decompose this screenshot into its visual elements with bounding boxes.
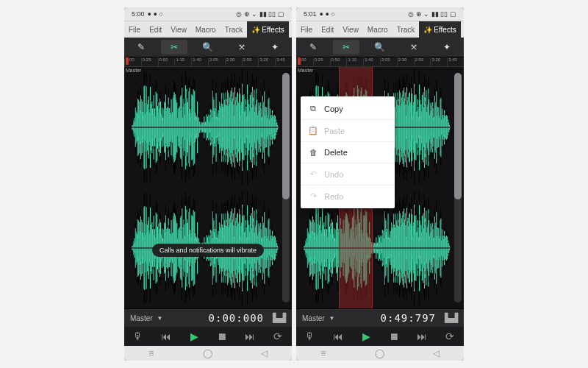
timeline-ruler[interactable]: 0:00 0:25 0:50 1:15 1:40 2:05 2:30 2:55 … (296, 57, 464, 67)
tool-zoom-icon[interactable]: 🔍 (195, 40, 221, 54)
ctx-copy[interactable]: ⧉Copy (301, 98, 395, 120)
android-nav-bar: ≡ ◯ ◁ (124, 346, 292, 361)
nav-recents-icon[interactable]: ≡ (148, 348, 154, 358)
menu-file[interactable]: File (296, 21, 317, 38)
vertical-scrollbar[interactable] (454, 73, 462, 302)
menu-bar[interactable]: File Edit View Macro Track ✨Effects (296, 21, 464, 38)
figure-root: 5:00● ● ○ ◎ ⊕ ⌄ ▮▮ ▯▯ ▢ File Edit View M… (0, 0, 588, 368)
waveform-track-area[interactable]: Master ⧉Copy 📋Paste 🗑Delete ↶Undo ↷Redo (296, 67, 464, 308)
nav-home-icon[interactable]: ◯ (375, 348, 384, 358)
waveform-track-area[interactable]: Master Calls and notifications will vibr… (124, 67, 292, 308)
skip-forward-button[interactable]: ⏭ (413, 328, 431, 345)
toolbar: ✎ ✂ 🔍 ⤧ ✦ (124, 38, 292, 57)
footer-track-select[interactable]: Master (302, 314, 325, 322)
tool-pencil-icon[interactable]: ✎ (300, 40, 326, 54)
status-bar: 5:00● ● ○ ◎ ⊕ ⌄ ▮▮ ▯▯ ▢ (124, 7, 292, 21)
loop-button[interactable]: ⟳ (441, 328, 459, 345)
nav-recents-icon[interactable]: ≡ (320, 348, 326, 358)
time-display: 0:49:797 (381, 312, 436, 324)
tool-pencil-icon[interactable]: ✎ (128, 40, 154, 54)
tool-cut-icon[interactable]: ✂ (161, 40, 187, 54)
context-menu: ⧉Copy 📋Paste 🗑Delete ↶Undo ↷Redo (301, 96, 395, 208)
vertical-scrollbar[interactable] (282, 73, 290, 302)
copy-icon: ⧉ (308, 104, 318, 113)
status-icons: ◎ ⊕ ⌄ ▮▮ ▯▯ ▢ (236, 10, 284, 18)
nav-home-icon[interactable]: ◯ (203, 348, 212, 358)
nav-back-icon[interactable]: ◁ (433, 348, 440, 358)
skip-forward-button[interactable]: ⏭ (241, 328, 259, 345)
menu-edit[interactable]: Edit (145, 21, 166, 38)
waveform-style-icon[interactable]: ▙▟ (273, 313, 286, 323)
chevron-down-icon[interactable]: ▼ (329, 315, 335, 322)
track-footer: Master ▼ 0:00:000 ▙▟ (124, 308, 292, 327)
time-display: 0:00:000 (209, 312, 264, 324)
menu-edit[interactable]: Edit (317, 21, 338, 38)
stop-button[interactable]: ⏹ (385, 328, 403, 345)
screenshot-right: 5:01● ● ○ ◎ ⊕ ⌄ ▮▮ ▯▯ ▢ File Edit View M… (296, 7, 464, 361)
chevron-down-icon[interactable]: ▼ (157, 315, 163, 322)
menu-file[interactable]: File (124, 21, 145, 38)
playback-bar: 🎙 ⏮ ▶ ⏹ ⏭ ⟳ (296, 327, 464, 346)
tool-move-icon[interactable]: ⤧ (401, 40, 427, 54)
menu-bar[interactable]: File Edit View Macro Track ✨Effects (124, 21, 292, 38)
scrollbar-thumb[interactable] (454, 73, 462, 199)
scrollbar-thumb[interactable] (282, 73, 290, 199)
record-button[interactable]: 🎙 (129, 328, 147, 345)
ctx-paste: 📋Paste (301, 120, 395, 142)
waveform-channel-left (132, 67, 279, 188)
status-icons: ◎ ⊕ ⌄ ▮▮ ▯▯ ▢ (408, 10, 456, 18)
delete-icon: 🗑 (308, 148, 318, 157)
ctx-undo: ↶Undo (301, 163, 395, 185)
playback-bar: 🎙 ⏮ ▶ ⏹ ⏭ ⟳ (124, 327, 292, 346)
stop-button[interactable]: ⏹ (213, 328, 231, 345)
track-label: Master (298, 68, 313, 73)
play-button[interactable]: ▶ (185, 328, 203, 345)
menu-view[interactable]: View (166, 21, 191, 38)
ctx-redo: ↷Redo (301, 185, 395, 207)
track-footer: Master ▼ 0:49:797 ▙▟ (296, 308, 464, 327)
tool-magic-icon[interactable]: ✦ (434, 40, 460, 54)
status-dots: ● ● ○ (148, 10, 163, 18)
screenshot-left: 5:00● ● ○ ◎ ⊕ ⌄ ▮▮ ▯▯ ▢ File Edit View M… (124, 7, 292, 361)
toast-notification: Calls and notifications will vibrate (152, 244, 264, 257)
menu-view[interactable]: View (338, 21, 363, 38)
redo-icon: ↷ (308, 191, 318, 201)
playhead-marker[interactable] (126, 57, 129, 65)
menu-macro[interactable]: Macro (191, 21, 220, 38)
play-button[interactable]: ▶ (357, 328, 375, 345)
status-time: 5:01 (304, 10, 317, 18)
ctx-delete[interactable]: 🗑Delete (301, 142, 395, 163)
playhead-marker[interactable] (298, 57, 301, 65)
track-label: Master (126, 68, 141, 73)
status-time: 5:00 (132, 10, 145, 18)
timeline-ruler[interactable]: 0:00 0:25 0:50 1:15 1:40 2:05 2:30 2:55 … (124, 57, 292, 67)
undo-icon: ↶ (308, 169, 318, 179)
tool-cut-icon[interactable]: ✂ (333, 40, 359, 54)
tool-magic-icon[interactable]: ✦ (262, 40, 288, 54)
waveform[interactable] (132, 67, 279, 308)
android-nav-bar: ≡ ◯ ◁ (296, 346, 464, 361)
waveform-style-icon[interactable]: ▙▟ (445, 313, 458, 323)
menu-effects[interactable]: ✨Effects (247, 21, 288, 38)
menu-track[interactable]: Track (392, 21, 420, 38)
skip-back-button[interactable]: ⏮ (329, 328, 347, 345)
tool-zoom-icon[interactable]: 🔍 (367, 40, 393, 54)
menu-track[interactable]: Track (220, 21, 248, 38)
status-dots: ● ● ○ (320, 10, 335, 18)
menu-macro[interactable]: Macro (363, 21, 392, 38)
nav-back-icon[interactable]: ◁ (261, 348, 268, 358)
tool-move-icon[interactable]: ⤧ (229, 40, 255, 54)
paste-icon: 📋 (308, 126, 318, 135)
record-button[interactable]: 🎙 (301, 328, 319, 345)
loop-button[interactable]: ⟳ (269, 328, 287, 345)
toolbar: ✎ ✂ 🔍 ⤧ ✦ (296, 38, 464, 57)
skip-back-button[interactable]: ⏮ (157, 328, 175, 345)
status-bar: 5:01● ● ○ ◎ ⊕ ⌄ ▮▮ ▯▯ ▢ (296, 7, 464, 21)
footer-track-select[interactable]: Master (130, 314, 153, 322)
menu-effects[interactable]: ✨Effects (419, 21, 460, 38)
